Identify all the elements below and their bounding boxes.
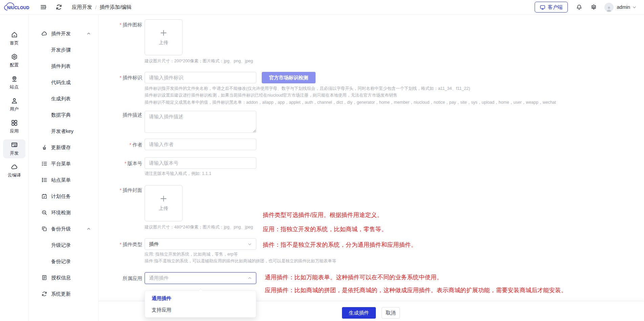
settings-gear-icon[interactable] bbox=[591, 4, 597, 11]
field-label-plugin-key: *插件标识 bbox=[99, 75, 142, 81]
plugin-type-hint-1: 应用: 指独立开发的系统，比如商城，零售，erp等 bbox=[145, 252, 238, 257]
niucloud-logo[interactable]: NIUCLOUD bbox=[3, 1, 31, 13]
menu-label: 备份升级 bbox=[51, 226, 71, 232]
menu-label: 升级记录 bbox=[51, 242, 71, 248]
menu-item-generate-list[interactable]: 生成列表 bbox=[29, 91, 98, 107]
annotation-app-plugin: 应用插件：比如商城的拼团，是依托商城的，这种做成应用插件。表示商城的扩展功能，需… bbox=[265, 286, 567, 294]
user-menu[interactable]: admin bbox=[617, 4, 637, 10]
nav-rail: 首页 配置 站点 用户 应用 开发 bbox=[0, 14, 29, 321]
generate-plugin-button[interactable]: 生成插件 bbox=[342, 307, 376, 319]
list-dots-icon bbox=[41, 177, 47, 183]
rail-item-dev-active[interactable]: 开发 bbox=[3, 139, 25, 158]
rail-item-user[interactable]: 用户 bbox=[3, 95, 25, 114]
menu-item-environment-check[interactable]: 环境检测 bbox=[29, 204, 98, 221]
broom-icon bbox=[41, 144, 47, 151]
breadcrumb: 应用开发 / 插件添加/编辑 bbox=[72, 4, 131, 11]
breadcrumb-page: 插件添加/编辑 bbox=[100, 4, 131, 11]
chevron-down-icon bbox=[248, 242, 252, 246]
annotation-plugin-type: 插件类型可选插件/应用。根据插件用途定义。 bbox=[263, 211, 383, 219]
search-wave-icon bbox=[41, 209, 47, 216]
required-mark: * bbox=[120, 22, 122, 27]
dropdown-option-support-app[interactable]: 支持应用 bbox=[145, 304, 256, 316]
rail-label: 应用 bbox=[10, 128, 19, 134]
required-mark: * bbox=[129, 142, 131, 147]
rail-label: 开发 bbox=[10, 150, 19, 156]
plugin-dev-icon bbox=[41, 31, 47, 37]
avatar-person-icon bbox=[606, 5, 612, 12]
app-window: NIUCLOUD 应用开发 / 插件添加/编辑 客户端 bbox=[0, 0, 644, 321]
menu-group-plugin-dev[interactable]: 插件开发 bbox=[29, 25, 98, 42]
menu-label: 平台菜单 bbox=[51, 161, 71, 167]
menu-item-developer-key[interactable]: 开发者key bbox=[29, 123, 98, 139]
collapse-menu-icon[interactable] bbox=[40, 4, 47, 11]
client-button-label: 客户端 bbox=[548, 4, 563, 11]
monitor-icon bbox=[540, 4, 545, 10]
menu-label: 开发者key bbox=[51, 128, 73, 135]
rail-item-config[interactable]: 配置 bbox=[3, 51, 25, 70]
chevron-up-icon bbox=[248, 276, 252, 280]
plugin-key-hint-1: 插件标识指开发插件的文件夹名称，申请之后不能修改(仅允许使用字母、数字与下划线组… bbox=[145, 86, 470, 92]
menu-label: 数据字典 bbox=[51, 112, 71, 118]
field-label-version: *版本号 bbox=[99, 160, 142, 167]
config-icon bbox=[11, 53, 18, 60]
menu-item-upgrade-records[interactable]: 升级记录 bbox=[29, 237, 98, 253]
market-key-check-button[interactable]: 官方市场标识检测 bbox=[262, 72, 316, 83]
notification-bell-icon[interactable] bbox=[576, 4, 582, 11]
calendar-check-icon bbox=[41, 193, 47, 199]
annotation-app-def: 应用：指独立开发的系统，比如商城，零售等。 bbox=[263, 225, 387, 233]
avatar[interactable] bbox=[604, 3, 614, 12]
menu-item-code-generate[interactable]: 代码生成 bbox=[29, 74, 98, 91]
home-icon bbox=[11, 31, 18, 38]
annotation-plugin-def: 插件：指不是独立开发的系统，分为通用插件和应用插件。 bbox=[263, 241, 417, 249]
dropdown-option-general-plugin[interactable]: 通用插件 bbox=[145, 293, 256, 304]
field-label-plugin-icon: *插件图标 bbox=[99, 22, 142, 28]
required-mark: * bbox=[120, 75, 122, 80]
apps-grid-icon bbox=[11, 119, 18, 126]
menu-group-backup-upgrade[interactable]: 备份升级 bbox=[29, 221, 98, 237]
field-label-plugin-type: *插件类型 bbox=[99, 241, 142, 248]
rail-item-site[interactable]: 站点 bbox=[3, 73, 25, 92]
plugin-cover-upload[interactable]: 上传 bbox=[145, 185, 183, 221]
list-check-icon bbox=[41, 161, 47, 167]
client-button[interactable]: 客户端 bbox=[535, 2, 568, 13]
rail-item-apps[interactable]: 应用 bbox=[3, 117, 25, 136]
menu-item-dev-steps[interactable]: 开发步骤 bbox=[29, 42, 98, 58]
rail-label: 站点 bbox=[10, 84, 19, 90]
breadcrumb-section[interactable]: 应用开发 bbox=[72, 4, 92, 11]
menu-item-system-update[interactable]: 系统更新 bbox=[29, 286, 98, 302]
rail-label: 云编译 bbox=[8, 172, 21, 178]
menu-item-update-cache[interactable]: 更新缓存 bbox=[29, 139, 98, 156]
menu-item-platform-menu[interactable]: 平台菜单 bbox=[29, 156, 98, 172]
dev-code-window-icon bbox=[11, 141, 18, 148]
plugin-key-input[interactable] bbox=[145, 72, 256, 83]
menu-item-plugin-list[interactable]: 插件列表 bbox=[29, 58, 98, 74]
author-input[interactable] bbox=[145, 139, 256, 150]
menu-item-site-menu[interactable]: 站点菜单 bbox=[29, 172, 98, 188]
menu-label: 插件列表 bbox=[51, 63, 71, 69]
menu-label: 备份记录 bbox=[51, 258, 71, 265]
plugin-icon-upload[interactable]: 上传 bbox=[145, 19, 183, 55]
cancel-button[interactable]: 取消 bbox=[382, 307, 400, 319]
field-label-app: 所属应用 bbox=[99, 275, 142, 282]
breadcrumb-separator: / bbox=[95, 4, 96, 10]
menu-item-backup-records[interactable]: 备份记录 bbox=[29, 253, 98, 269]
plugin-key-hint-3: 插件标识不能定义成黑名单中的值，插件标识黑名单：addon，aliapp，app… bbox=[145, 100, 556, 105]
menu-item-authorization-info[interactable]: 授权信息 bbox=[29, 269, 98, 286]
version-input[interactable] bbox=[145, 157, 256, 169]
field-label-cover: *插件封面 bbox=[99, 187, 142, 194]
menu-item-data-dictionary[interactable]: 数据字典 bbox=[29, 107, 98, 123]
header-actions: 客户端 admin bbox=[535, 2, 637, 13]
refresh-icon[interactable] bbox=[56, 4, 62, 11]
rail-label: 首页 bbox=[10, 40, 19, 46]
chevron-up-icon bbox=[87, 32, 91, 36]
plus-icon bbox=[160, 29, 167, 37]
app-select[interactable]: 通用插件 bbox=[145, 272, 256, 284]
menu-item-scheduled-tasks[interactable]: 计划任务 bbox=[29, 188, 98, 204]
plugin-type-select[interactable]: 插件 bbox=[145, 238, 256, 250]
rail-item-home[interactable]: 首页 bbox=[3, 29, 25, 48]
user-icon bbox=[11, 97, 18, 104]
rail-item-cloud-compile[interactable]: 云编译 bbox=[3, 161, 25, 180]
required-mark: * bbox=[120, 187, 122, 193]
plus-icon bbox=[160, 195, 167, 202]
plugin-desc-textarea[interactable] bbox=[145, 111, 256, 133]
